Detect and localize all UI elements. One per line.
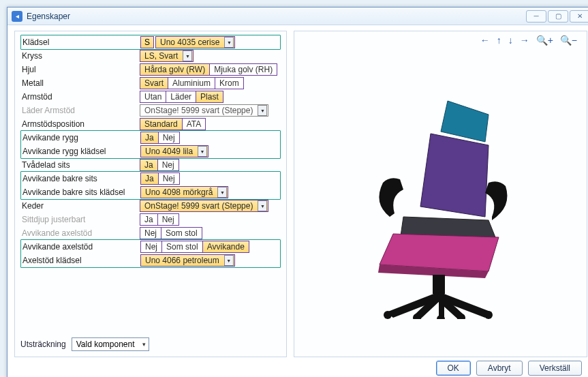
tvadelad-ja[interactable]: Ja	[140, 159, 158, 171]
label-avvbakre: Avvikande bakre sits	[21, 174, 140, 183]
kryss-combo[interactable]: LS, Svart▼	[140, 50, 194, 62]
metall-krom[interactable]: Krom	[215, 77, 244, 89]
hjul-opt-hard[interactable]: Hårda golv (RW)	[140, 63, 210, 76]
chevron-down-icon[interactable]: ▼	[217, 187, 227, 198]
label-avvaxel: Avvikande axelstöd	[21, 242, 140, 252]
armpos-standard[interactable]: Standard	[140, 118, 183, 130]
window-title: Egenskaper	[27, 12, 526, 21]
app-icon: ◂	[12, 11, 22, 22]
title-bar: ◂ Egenskaper ─ ▢ ✕	[7, 7, 588, 25]
avvaxel1-som: Som stol	[161, 227, 202, 239]
ok-button[interactable]: OK	[436, 361, 471, 376]
apply-button[interactable]: Verkställ	[528, 361, 582, 376]
avvrygg-nej[interactable]: Nej	[159, 132, 180, 144]
label-avvryggkl: Avvikande rygg klädsel	[21, 147, 140, 156]
sittdjup-ja: Ja	[140, 213, 158, 226]
avvryggkl-combo[interactable]: Uno 4049 lila▼	[140, 145, 208, 157]
armstod-plast[interactable]: Plast	[196, 91, 223, 103]
minimize-button[interactable]: ─	[526, 10, 546, 22]
preview-toolbar: ← ↑ ↓ → 🔍+ 🔍−	[294, 31, 587, 49]
label-metall: Metall	[20, 78, 140, 88]
arrow-right-icon[interactable]: →	[520, 35, 529, 46]
svg-point-7	[484, 311, 493, 319]
avvaxel-avv[interactable]: Avvikande	[203, 241, 249, 253]
avvbakre-ja[interactable]: Ja	[140, 172, 159, 185]
chevron-down-icon[interactable]: ▼	[183, 50, 192, 61]
label-armstod: Armstöd	[20, 92, 140, 102]
preview-viewport[interactable]	[294, 49, 587, 357]
chair-3d-preview	[352, 87, 529, 319]
armstod-utan[interactable]: Utan	[140, 91, 166, 103]
dialog-footer: OK Avbryt Verkställ	[14, 357, 587, 377]
avvbakrekl-combo[interactable]: Uno 4098 mörkgrå▼	[140, 186, 228, 198]
chevron-down-icon[interactable]: ▼	[224, 37, 234, 48]
keder-combo[interactable]: OnStage! 5999 svart (Steppe)▼	[140, 200, 268, 212]
preview-panel: ← ↑ ↓ → 🔍+ 🔍−	[294, 31, 587, 357]
kladsel-prefix[interactable]: S	[140, 36, 154, 48]
chevron-down-icon[interactable]: ▼	[258, 200, 267, 211]
maximize-button[interactable]: ▢	[548, 10, 568, 22]
chevron-down-icon[interactable]: ▼	[198, 146, 207, 157]
tvadelad-nej[interactable]: Nej	[158, 159, 179, 171]
extent-label: Utsträckning	[20, 340, 66, 349]
extent-select[interactable]: Vald komponent	[72, 337, 149, 351]
armstod-lader[interactable]: Läder	[166, 91, 196, 103]
zoom-out-icon[interactable]: 🔍−	[560, 35, 577, 46]
axelkl-combo[interactable]: Uno 4066 petroleum▼	[140, 254, 235, 267]
label-avvrygg: Avvikande rygg	[21, 133, 140, 142]
arrow-down-icon[interactable]: ↓	[508, 35, 513, 46]
property-panel: Klädsel S Uno 4035 cerise▼ Kryss LS, Sva…	[14, 31, 287, 357]
arrow-left-icon[interactable]: ←	[480, 35, 490, 46]
armpos-ata[interactable]: ATA	[183, 118, 206, 130]
label-keder: Keder	[20, 201, 140, 211]
avvbakre-nej[interactable]: Nej	[159, 172, 180, 185]
close-button[interactable]: ✕	[570, 10, 588, 22]
cancel-button[interactable]: Avbryt	[476, 361, 523, 376]
label-laderarm: Läder Armstöd	[20, 106, 140, 115]
label-armpos: Armstödsposition	[20, 119, 140, 129]
arrow-up-icon[interactable]: ↑	[497, 35, 501, 46]
label-tvadelad: Tvådelad sits	[20, 160, 140, 170]
avvaxel-nej[interactable]: Nej	[140, 241, 162, 253]
label-kladsel: Klädsel	[21, 37, 140, 47]
label-hjul: Hjul	[20, 65, 140, 74]
zoom-in-icon[interactable]: 🔍+	[536, 35, 553, 46]
label-axelkl: Axelstöd klädsel	[21, 256, 140, 265]
dialog-window: ◂ Egenskaper ─ ▢ ✕ Klädsel S Uno 4035 ce…	[7, 7, 588, 377]
svg-rect-5	[433, 275, 445, 294]
kladsel-combo[interactable]: Uno 4035 cerise▼	[155, 36, 235, 48]
svg-marker-0	[441, 101, 489, 142]
laderarm-combo: OnStage! 5999 svart (Steppe)▼	[140, 104, 268, 117]
svg-marker-1	[420, 134, 489, 217]
avvaxel1-nej: Nej	[140, 227, 161, 239]
chevron-down-icon: ▼	[258, 105, 267, 116]
avvaxel-som[interactable]: Som stol	[162, 241, 203, 253]
sittdjup-nej: Nej	[158, 213, 179, 226]
label-avvbakrekl: Avvikande bakre sits klädsel	[21, 187, 140, 197]
label-avvaxel-dis: Avvikande axelstöd	[20, 228, 140, 238]
chevron-down-icon[interactable]: ▼	[224, 255, 234, 266]
metall-aluminium[interactable]: Aluminium	[168, 77, 215, 89]
label-sittdjup: Sittdjup justerbart	[20, 215, 140, 224]
hjul-opt-soft[interactable]: Mjuka golv (RH)	[210, 63, 277, 76]
label-kryss: Kryss	[20, 51, 140, 61]
metall-svart[interactable]: Svart	[140, 77, 168, 89]
avvrygg-ja[interactable]: Ja	[140, 132, 159, 144]
svg-point-6	[384, 311, 392, 319]
